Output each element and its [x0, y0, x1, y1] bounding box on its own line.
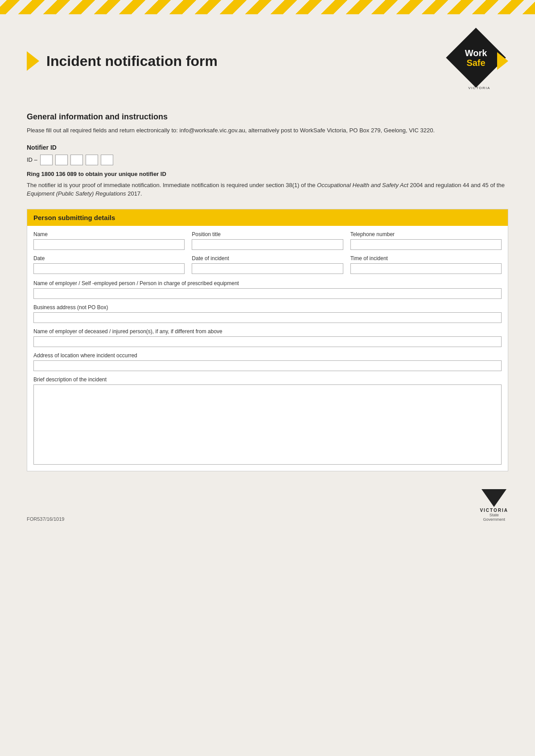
worksafe-logo: Work Safe VICTORIA	[450, 32, 508, 90]
victoria-logo: VICTORIA State Government	[480, 489, 508, 522]
description-field-group: Brief description of the incident	[33, 376, 502, 465]
id-input-1[interactable]	[40, 155, 53, 165]
logo-work-text: Work	[465, 48, 487, 58]
id-input-4[interactable]	[86, 155, 98, 165]
employer-field-group: Name of employer / Self -employed person…	[33, 280, 502, 299]
logo-victoria-text: VICTORIA	[468, 86, 490, 90]
general-info-title: General information and instructions	[27, 112, 508, 122]
vic-text: VICTORIA	[480, 508, 508, 513]
logo-safe-text: Safe	[466, 58, 485, 68]
business-address-input[interactable]	[33, 312, 502, 323]
id-input-5[interactable]	[101, 155, 113, 165]
employer-label: Name of employer / Self -employed person…	[33, 280, 502, 286]
vic-sub2: Government	[483, 517, 505, 522]
telephone-label: Telephone number	[350, 231, 502, 237]
incident-address-field-group: Address of location where incident occur…	[33, 352, 502, 371]
date-label: Date	[33, 255, 185, 262]
person-submitting-body: Name Position title Telephone number Dat…	[27, 226, 508, 471]
date-field-group: Date	[33, 255, 185, 274]
vic-triangle-icon	[482, 489, 506, 507]
employer-input[interactable]	[33, 288, 502, 299]
logo-arrow-icon	[497, 52, 508, 70]
notifier-id-label: Notifier ID	[27, 144, 508, 151]
telephone-input[interactable]	[350, 239, 502, 250]
business-address-field-group: Business address (not PO Box)	[33, 304, 502, 323]
employer-deceased-field-group: Name of employer of deceased / injured p…	[33, 328, 502, 347]
notifier-id-row: ID –	[27, 155, 508, 165]
person-submitting-section: Person submitting details Name Position …	[27, 209, 508, 471]
employer-deceased-label: Name of employer of deceased / injured p…	[33, 328, 502, 335]
id-prefix: ID –	[27, 156, 37, 163]
title-arrow-icon	[27, 51, 39, 71]
ring-label: Ring 1800 136 089 to obtain your unique …	[27, 171, 508, 177]
position-field-group: Position title	[192, 231, 343, 250]
description-label: Brief description of the incident	[33, 376, 502, 383]
id-input-3[interactable]	[70, 155, 83, 165]
incident-address-label: Address of location where incident occur…	[33, 352, 502, 359]
telephone-field-group: Telephone number	[350, 231, 502, 250]
person-submitting-header: Person submitting details	[27, 209, 508, 226]
date-input[interactable]	[33, 263, 185, 274]
date-incident-label: Date of incident	[192, 255, 343, 262]
page-title: Incident notification form	[46, 53, 218, 69]
date-incident-field-group: Date of incident	[192, 255, 343, 274]
position-label: Position title	[192, 231, 343, 237]
hazard-stripe	[0, 0, 535, 14]
time-incident-label: Time of incident	[350, 255, 502, 262]
business-address-label: Business address (not PO Box)	[33, 304, 502, 311]
vic-sub1: State	[490, 513, 499, 517]
notifier-desc: The notifier id is your proof of immedia…	[27, 181, 508, 198]
description-textarea[interactable]	[33, 384, 502, 465]
name-label: Name	[33, 231, 185, 237]
incident-address-input[interactable]	[33, 360, 502, 371]
position-input[interactable]	[192, 239, 343, 250]
name-input[interactable]	[33, 239, 185, 250]
time-incident-field-group: Time of incident	[350, 255, 502, 274]
general-info-text: Please fill out all required fields and …	[27, 126, 508, 135]
date-incident-input[interactable]	[192, 263, 343, 274]
employer-deceased-input[interactable]	[33, 336, 502, 347]
footer-code: FOR537/16/1019	[27, 516, 64, 522]
footer: FOR537/16/1019 VICTORIA State Government	[27, 489, 508, 522]
time-incident-input[interactable]	[350, 263, 502, 274]
logo-text: Work Safe	[450, 32, 502, 83]
name-field-group: Name	[33, 231, 185, 250]
id-input-2[interactable]	[55, 155, 68, 165]
